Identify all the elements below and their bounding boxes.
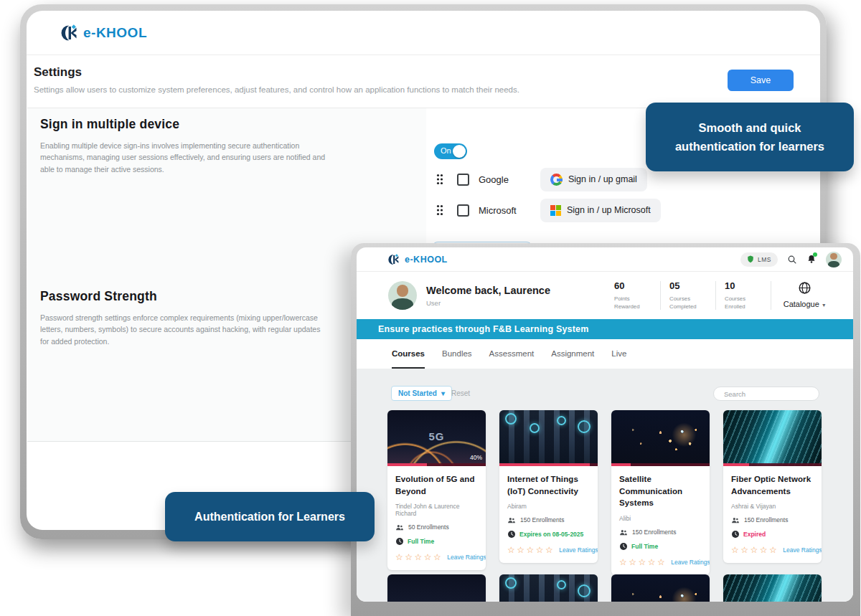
callout-smooth-authentication: Smooth and quick authentication for lear… xyxy=(646,103,854,171)
leave-ratings-link[interactable]: Leave Ratings xyxy=(783,546,822,554)
lms-window: e-KHOOL LMS xyxy=(357,247,853,602)
progress-bar xyxy=(611,463,710,466)
thumbnail-overlay-text: 5G xyxy=(428,430,444,442)
section-desc-multi-device: Enabling multiple device sign-ins involv… xyxy=(40,140,326,175)
search-input[interactable] xyxy=(724,390,819,398)
progress-bar xyxy=(723,463,822,466)
tab-assessment[interactable]: Assessment xyxy=(489,339,535,369)
iot-node-icon xyxy=(530,423,540,433)
ekhool-logo-icon xyxy=(61,24,78,42)
tab-assignment[interactable]: Assignment xyxy=(551,339,594,369)
course-card-satellite[interactable]: Satellite Communication Systems Alibi 15… xyxy=(611,410,710,575)
stat-courses-completed: 05 CoursesCompleted xyxy=(661,280,715,311)
course-status: Expires on 08-05-2025 xyxy=(507,530,590,539)
courses-content: Not Started ▾ Reset 5G 40% xyxy=(357,369,853,602)
course-rating-row: ☆☆☆☆☆ Leave Ratings xyxy=(395,553,478,561)
people-icon xyxy=(507,517,517,523)
microsoft-signin-label: Sign in / up Microsoft xyxy=(567,205,651,215)
course-title: Evolution of 5G and Beyond xyxy=(395,473,478,497)
course-title: Internet of Things (IoT) Connectivity xyxy=(507,473,590,497)
tab-bundles[interactable]: Bundles xyxy=(442,339,472,369)
course-instructor: Tindel John & Laurence Richard xyxy=(395,503,478,517)
status-filter-value: Not Started xyxy=(398,389,437,397)
callout-authentication-learners: Authentication for Learners xyxy=(165,492,375,541)
tab-live[interactable]: Live xyxy=(611,339,626,369)
leave-ratings-link[interactable]: Leave Ratings xyxy=(671,559,710,566)
course-title: Fiber Optic Network Advancements xyxy=(731,473,814,497)
course-grid-row-2 xyxy=(387,574,822,602)
toggle-on-label: On xyxy=(441,146,451,155)
avatar[interactable] xyxy=(826,252,842,267)
course-card-iot[interactable]: Internet of Things (IoT) Connectivity Ab… xyxy=(499,410,598,563)
course-thumbnail xyxy=(499,574,598,602)
globe-icon xyxy=(798,281,811,295)
course-enrollments: 150 Enrollments xyxy=(619,529,702,536)
ekhool-logo: e-KHOOL xyxy=(61,24,147,42)
settings-header: e-KHOOL xyxy=(27,11,820,55)
microsoft-icon xyxy=(550,205,561,216)
course-title: Satellite Communication Systems xyxy=(619,473,702,509)
star-rating[interactable]: ☆☆☆☆☆ xyxy=(507,546,555,554)
lms-badge-label: LMS xyxy=(758,256,771,263)
microsoft-label: Microsoft xyxy=(479,205,542,216)
course-card-partial[interactable] xyxy=(611,574,710,602)
course-card-partial[interactable] xyxy=(387,574,486,602)
lms-window-frame: e-KHOOL LMS xyxy=(351,243,860,616)
course-card-5g[interactable]: 5G 40% Evolution of 5G and Beyond Tindel… xyxy=(387,410,486,570)
course-instructor: Alibi xyxy=(619,515,702,522)
star-rating[interactable]: ☆☆☆☆☆ xyxy=(731,546,778,554)
user-role: User xyxy=(426,299,550,307)
reset-link[interactable]: Reset xyxy=(451,389,470,397)
search-button[interactable] xyxy=(787,255,797,265)
catalogue-dropdown[interactable]: Catalogue ▾ xyxy=(771,281,837,310)
star-rating[interactable]: ☆☆☆☆☆ xyxy=(619,558,667,567)
toggle-knob xyxy=(453,145,466,158)
clock-icon xyxy=(395,537,404,546)
google-label: Google xyxy=(479,174,542,185)
status-filter-dropdown[interactable]: Not Started ▾ xyxy=(391,386,452,401)
clock-icon xyxy=(507,530,516,539)
course-status: Full Time xyxy=(619,542,702,551)
tab-bar: Courses Bundles Assessment Assignment Li… xyxy=(357,339,853,369)
clock-icon xyxy=(731,530,740,539)
page-subtitle: Settings allow users to customize system… xyxy=(34,85,820,94)
course-instructor: Ashrai & Vijayan xyxy=(731,503,814,510)
drag-handle-icon[interactable] xyxy=(436,174,443,185)
leave-ratings-link[interactable]: Leave Ratings xyxy=(447,554,486,561)
course-card-partial[interactable] xyxy=(723,574,822,602)
stat-points: 60 PointsRewarded xyxy=(606,280,660,311)
star-rating[interactable]: ☆☆☆☆☆ xyxy=(395,553,443,561)
tab-courses[interactable]: Courses xyxy=(392,339,425,369)
leave-ratings-link[interactable]: Leave Ratings xyxy=(559,546,598,554)
search-box[interactable] xyxy=(713,387,819,401)
iot-node-icon xyxy=(578,420,591,433)
people-icon xyxy=(731,517,740,523)
course-rating-row: ☆☆☆☆☆ Leave Ratings xyxy=(619,558,702,567)
progress-bar xyxy=(499,463,598,466)
google-signin-button[interactable]: Sign in / up gmail xyxy=(540,168,647,191)
course-rating-row: ☆☆☆☆☆ Leave Ratings xyxy=(731,546,814,554)
microsoft-signin-button[interactable]: Sign in / up Microsoft xyxy=(540,199,661,222)
multi-device-toggle[interactable]: On xyxy=(434,143,467,159)
course-card-partial[interactable] xyxy=(499,574,598,602)
microsoft-checkbox[interactable] xyxy=(457,204,469,217)
notifications-button[interactable] xyxy=(806,254,817,265)
save-button[interactable]: Save xyxy=(728,70,794,91)
user-avatar[interactable] xyxy=(388,281,417,310)
course-status: Expired xyxy=(731,530,814,539)
course-card-fiber[interactable]: Fiber Optic Network Advancements Ashrai … xyxy=(723,410,822,563)
lms-badge[interactable]: LMS xyxy=(740,252,778,267)
provider-row-microsoft: Microsoft Sign in / up Microsoft xyxy=(436,198,542,222)
course-enrollments: 150 Enrollments xyxy=(731,516,814,523)
drag-handle-icon[interactable] xyxy=(436,204,443,216)
announcement-banner: Ensure practices through F&B Learning Sy… xyxy=(357,319,853,339)
lms-topbar: e-KHOOL LMS xyxy=(357,247,853,272)
google-checkbox[interactable] xyxy=(457,174,469,186)
progress-percent-label: 40% xyxy=(470,454,482,461)
iot-node-icon xyxy=(557,416,566,425)
progress-bar xyxy=(387,463,486,466)
topbar-actions: LMS xyxy=(740,252,842,267)
screenshot-stage: e-KHOOL Settings Settings allow users to… xyxy=(0,0,861,616)
shield-icon xyxy=(747,255,754,263)
ekhool-logo-text: e-KHOOL xyxy=(405,255,448,265)
